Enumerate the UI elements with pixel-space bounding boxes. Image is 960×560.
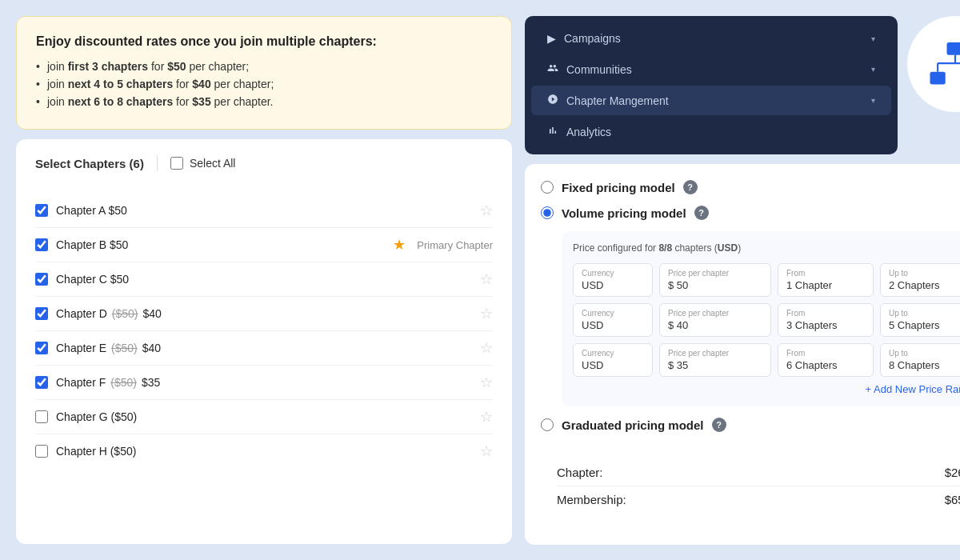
currency-value-2: USD [582, 319, 644, 331]
chapter-g-label: Chapter G ($50) [56, 410, 472, 423]
select-chapters-title: Select Chapters (6) [35, 157, 144, 170]
chapter-item-d: Chapter D ($50) $40 ☆ [35, 297, 493, 331]
svg-rect-0 [947, 42, 961, 55]
top-right: ▶ Campaigns ▾ Communities ▾ [525, 16, 960, 154]
chapter-d-star[interactable]: ☆ [480, 305, 493, 322]
nav-analytics-label: Analytics [566, 126, 611, 138]
nav-item-analytics[interactable]: Analytics [531, 117, 891, 146]
chapter-item-b: Chapter B $50 ★ Primary Chapter [35, 228, 493, 262]
price-label-1: Price per chapter [668, 269, 762, 278]
graduated-pricing-option: Graduated pricing model ? [541, 418, 960, 432]
fixed-pricing-radio[interactable] [541, 181, 554, 194]
from-field-1: From 1 Chapter [778, 263, 874, 297]
upto-field-3: Up to 8 Chapters [880, 343, 960, 377]
currency-value-1: USD [582, 279, 644, 291]
info-item-3: join next 6 to 8 chapters for $35 per ch… [36, 95, 492, 108]
info-item-1: join first 3 chapters for $50 per chapte… [36, 60, 492, 73]
chapters-panel: Select Chapters (6) Select All Chapter A… [16, 139, 512, 544]
chapter-e-checkbox[interactable] [35, 342, 48, 354]
graduated-pricing-radio[interactable] [541, 418, 554, 431]
volume-config: Price configured for 8/8 chapters (USD) … [562, 231, 960, 406]
chapter-item-a: Chapter A $50 ☆ [35, 194, 493, 228]
chapter-item-c: Chapter C $50 ☆ [35, 262, 493, 297]
chapter-b-checkbox[interactable] [35, 238, 48, 251]
price-field-1: Price per chapter $ 50 [659, 263, 771, 297]
communities-arrow: ▾ [871, 65, 875, 74]
currency-field-1: Currency USD [573, 263, 653, 297]
chapter-h-checkbox[interactable] [35, 445, 48, 458]
fixed-help-icon[interactable]: ? [683, 180, 698, 194]
upto-field-2: Up to 5 Chapters [880, 303, 960, 337]
select-all-checkbox[interactable] [170, 157, 183, 170]
chapter-d-checkbox[interactable] [35, 307, 48, 320]
chapter-f-label: Chapter F ($50) $35 [56, 376, 472, 389]
chapter-a-label: Chapter A $50 [56, 204, 472, 217]
summary-section: Chapter: $265 Membership: $650 [541, 443, 960, 529]
chapter-g-checkbox[interactable] [35, 410, 48, 423]
nav-item-chapter-mgmt[interactable]: Chapter Mangement ▾ [531, 86, 891, 115]
price-row-1: Currency USD Price per chapter $ 50 From… [573, 263, 960, 297]
chapter-e-star[interactable]: ☆ [480, 339, 493, 357]
info-list: join first 3 chapters for $50 per chapte… [36, 60, 492, 108]
from-label-2: From [786, 309, 865, 318]
currency-label-1: Currency [582, 269, 644, 278]
chapter-c-star[interactable]: ☆ [480, 270, 493, 288]
volume-pricing-radio[interactable] [541, 206, 554, 219]
select-all-label[interactable]: Select All [190, 157, 236, 170]
chapter-item-g: Chapter G ($50) ☆ [35, 400, 493, 434]
currency-value-3: USD [582, 359, 644, 371]
price-label-3: Price per chapter [668, 349, 762, 358]
info-item-2: join next 4 to 5 chapters for $40 per ch… [36, 78, 492, 90]
nav-item-campaigns[interactable]: ▶ Campaigns ▾ [531, 24, 891, 53]
nav-item-communities[interactable]: Communities ▾ [531, 54, 891, 84]
chapter-f-checkbox[interactable] [35, 376, 48, 389]
nav-communities-label: Communities [566, 63, 632, 76]
from-field-3: From 6 Chapters [778, 343, 874, 377]
pricing-section: Fixed pricing model ? Volume pricing mod… [525, 164, 960, 545]
price-field-3: Price per chapter $ 35 [659, 343, 771, 377]
chapter-c-checkbox[interactable] [35, 273, 48, 286]
fixed-pricing-label[interactable]: Fixed pricing model [562, 181, 675, 194]
upto-value-1: 2 Chapters [889, 279, 960, 291]
currency-label-2: Currency [582, 309, 644, 318]
org-chart-icon [927, 36, 960, 92]
chapters-header: Select Chapters (6) Select All [35, 155, 493, 181]
chapter-h-star[interactable]: ☆ [480, 442, 493, 460]
svg-rect-1 [930, 72, 946, 85]
summary-row-chapter: Chapter: $265 [557, 459, 960, 486]
fixed-pricing-option: Fixed pricing model ? [541, 180, 960, 194]
volume-pricing-option: Volume pricing model ? [541, 206, 960, 220]
chapter-item-f: Chapter F ($50) $35 ☆ [35, 366, 493, 400]
summary-chapter-amount: $265 [945, 466, 960, 479]
summary-membership-amount: $650 [945, 493, 960, 506]
chapter-b-star[interactable]: ★ [393, 236, 406, 254]
price-value-3: $ 35 [668, 359, 762, 371]
volume-config-title: Price configured for 8/8 chapters (USD) [573, 242, 960, 254]
communities-icon [547, 62, 558, 76]
summary-membership-label: Membership: [557, 493, 626, 506]
chapter-e-label: Chapter E ($50) $40 [56, 342, 472, 354]
org-icon-circle [907, 16, 960, 112]
chapter-mgmt-arrow: ▾ [871, 96, 875, 105]
currency-field-3: Currency USD [573, 343, 653, 377]
chapter-c-label: Chapter C $50 [56, 273, 472, 286]
currency-label-3: Currency [582, 349, 644, 358]
upto-value-2: 5 Chapters [889, 319, 960, 331]
chapter-f-star[interactable]: ☆ [480, 374, 493, 391]
volume-pricing-label[interactable]: Volume pricing model [562, 206, 686, 220]
chapter-a-checkbox[interactable] [35, 204, 48, 217]
chapter-mgmt-icon [547, 94, 558, 107]
nav-panel: ▶ Campaigns ▾ Communities ▾ [525, 16, 898, 154]
nav-chapter-mgmt-label: Chapter Mangement [566, 94, 669, 107]
add-price-range-button[interactable]: + Add New Price Range [573, 383, 960, 395]
campaigns-arrow: ▾ [871, 34, 875, 43]
chapter-a-star[interactable]: ☆ [480, 202, 493, 219]
select-all-wrapper[interactable]: Select All [170, 157, 236, 170]
graduated-pricing-label[interactable]: Graduated pricing model [562, 418, 704, 432]
from-label-1: From [786, 269, 865, 278]
volume-help-icon[interactable]: ? [694, 206, 709, 220]
chapter-g-star[interactable]: ☆ [480, 408, 493, 426]
graduated-help-icon[interactable]: ? [712, 418, 726, 432]
price-label-2: Price per chapter [668, 309, 762, 318]
price-value-2: $ 40 [668, 319, 762, 331]
